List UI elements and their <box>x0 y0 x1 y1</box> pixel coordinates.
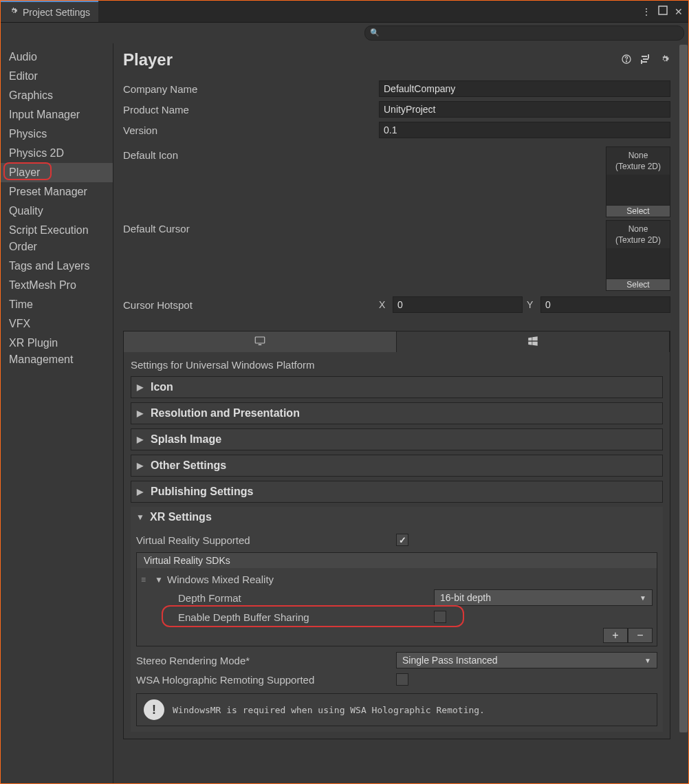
asset-select-button[interactable]: Select <box>606 279 670 290</box>
info-text: WindowsMR is required when using WSA Hol… <box>173 705 485 715</box>
sidebar-item-player[interactable]: Player <box>1 163 113 182</box>
foldout-label: Icon <box>151 381 173 393</box>
chevron-right-icon: ▶ <box>137 487 145 497</box>
hotspot-x-input[interactable] <box>393 296 523 313</box>
company-name-input[interactable] <box>379 80 670 97</box>
svg-rect-7 <box>641 60 642 64</box>
svg-rect-9 <box>259 344 262 345</box>
svg-rect-0 <box>659 6 667 14</box>
sidebar-item-label: Player <box>9 166 40 178</box>
svg-rect-8 <box>255 337 265 343</box>
foldout-header[interactable]: ▼ XR Settings <box>131 507 663 527</box>
settings-sidebar: Audio Editor Graphics Input Manager Phys… <box>1 43 113 784</box>
sidebar-item-tags-and-layers[interactable]: Tags and Layers <box>1 257 113 276</box>
sidebar-item-label: Quality <box>9 205 43 217</box>
search-input[interactable] <box>364 25 684 41</box>
sidebar-item-preset-manager[interactable]: Preset Manager <box>1 182 113 202</box>
maximize-icon[interactable] <box>658 6 668 17</box>
foldout-label: Splash Image <box>151 433 221 446</box>
tab-title: Project Settings <box>23 7 90 18</box>
foldout-header[interactable]: ▶ Publishing Settings <box>131 481 662 502</box>
asset-value: None <box>628 224 648 234</box>
product-name-input[interactable] <box>379 101 670 118</box>
close-icon[interactable]: ✕ <box>675 6 683 17</box>
project-settings-tab[interactable]: Project Settings <box>1 1 98 22</box>
chevron-down-icon: ▼ <box>155 575 163 585</box>
depth-buffer-sharing-checkbox[interactable] <box>434 611 446 623</box>
chevron-down-icon: ▼ <box>136 512 144 522</box>
scrollbar-thumb[interactable] <box>679 45 688 732</box>
sidebar-item-quality[interactable]: Quality <box>1 202 113 221</box>
help-icon[interactable] <box>621 54 632 67</box>
foldout-header[interactable]: ▶ Resolution and Presentation <box>131 403 662 424</box>
asset-type: (Texture 2D) <box>615 235 661 245</box>
chevron-right-icon: ▶ <box>137 461 145 470</box>
gear-icon[interactable] <box>659 54 670 67</box>
sidebar-item-xr-plugin-management[interactable]: XR Plugin Management <box>1 334 113 369</box>
sidebar-item-label: Tags and Layers <box>9 260 89 272</box>
hotspot-y-input[interactable] <box>540 296 670 313</box>
sidebar-item-graphics[interactable]: Graphics <box>1 86 113 105</box>
asset-select-button[interactable]: Select <box>606 205 670 217</box>
version-input[interactable] <box>379 122 670 138</box>
stereo-mode-label: Stereo Rendering Mode* <box>136 655 396 666</box>
default-icon-asset-picker[interactable]: None (Texture 2D) Select <box>606 146 670 217</box>
vr-supported-checkbox[interactable] <box>396 534 408 546</box>
sidebar-item-label: Preset Manager <box>9 186 87 197</box>
sidebar-item-input-manager[interactable]: Input Manager <box>1 105 113 124</box>
windows-icon <box>527 335 539 349</box>
kebab-menu-icon[interactable]: ⋮ <box>642 6 651 17</box>
sidebar-item-textmesh-pro[interactable]: TextMesh Pro <box>1 276 113 295</box>
search-row: 🔍 <box>1 23 688 43</box>
platform-tab-uwp[interactable] <box>397 331 670 352</box>
svg-rect-4 <box>643 58 648 60</box>
stereo-mode-dropdown[interactable]: Single Pass Instanced ▼ <box>396 652 657 668</box>
drag-handle-icon[interactable]: ≡ <box>141 575 151 585</box>
platform-panel: Settings for Universal Windows Platform … <box>123 331 670 739</box>
sdk-remove-button[interactable]: − <box>628 628 653 643</box>
foldout-resolution: ▶ Resolution and Presentation <box>131 402 663 424</box>
sidebar-item-time[interactable]: Time <box>1 295 113 314</box>
sidebar-item-physics-2d[interactable]: Physics 2D <box>1 144 113 163</box>
sidebar-item-label: Physics <box>9 128 47 140</box>
sdk-item-wmr[interactable]: ≡ ▼ Windows Mixed Reality <box>141 571 653 588</box>
vertical-scrollbar[interactable] <box>679 43 688 784</box>
wsa-remoting-checkbox[interactable] <box>396 673 408 686</box>
chevron-down-icon: ▼ <box>639 594 646 602</box>
sidebar-item-physics[interactable]: Physics <box>1 124 113 144</box>
foldout-header[interactable]: ▶ Icon <box>131 377 662 398</box>
depth-format-dropdown[interactable]: 16-bit depth ▼ <box>434 589 653 606</box>
sidebar-item-script-execution-order[interactable]: Script Execution Order <box>1 221 113 257</box>
gear-icon <box>9 6 19 18</box>
asset-value: None <box>628 151 648 160</box>
hotspot-x-label: X <box>379 299 389 310</box>
sidebar-item-vfx[interactable]: VFX <box>1 314 113 334</box>
sidebar-item-audio[interactable]: Audio <box>1 47 113 67</box>
page-title: Player <box>123 50 173 69</box>
info-box: ! WindowsMR is required when using WSA H… <box>136 693 657 726</box>
sidebar-item-label: TextMesh Pro <box>9 279 76 291</box>
cursor-hotspot-label: Cursor Hotspot <box>123 299 379 311</box>
foldout-label: XR Settings <box>150 511 212 523</box>
info-icon: ! <box>144 699 164 720</box>
foldout-header[interactable]: ▶ Other Settings <box>131 455 662 476</box>
foldout-header[interactable]: ▶ Splash Image <box>131 429 662 450</box>
player-settings-panel: Player Company Name Pro <box>113 43 679 784</box>
depth-format-label: Depth Format <box>178 592 434 604</box>
sidebar-item-label: Graphics <box>9 89 53 101</box>
sidebar-item-label: Audio <box>9 51 37 63</box>
version-label: Version <box>123 124 379 136</box>
foldout-splash-image: ▶ Splash Image <box>131 428 663 450</box>
svg-rect-6 <box>648 54 649 58</box>
preset-icon[interactable] <box>640 54 651 67</box>
sdk-add-button[interactable]: + <box>603 628 628 643</box>
sidebar-item-editor[interactable]: Editor <box>1 67 113 86</box>
svg-rect-3 <box>642 56 647 57</box>
platform-tab-standalone[interactable] <box>124 331 397 352</box>
depth-buffer-sharing-label: Enable Depth Buffer Sharing <box>178 611 434 623</box>
default-cursor-asset-picker[interactable]: None (Texture 2D) Select <box>606 220 670 291</box>
foldout-label: Other Settings <box>151 459 226 472</box>
dropdown-value: 16-bit depth <box>440 592 491 603</box>
chevron-right-icon: ▶ <box>137 382 145 392</box>
asset-preview <box>606 248 670 279</box>
